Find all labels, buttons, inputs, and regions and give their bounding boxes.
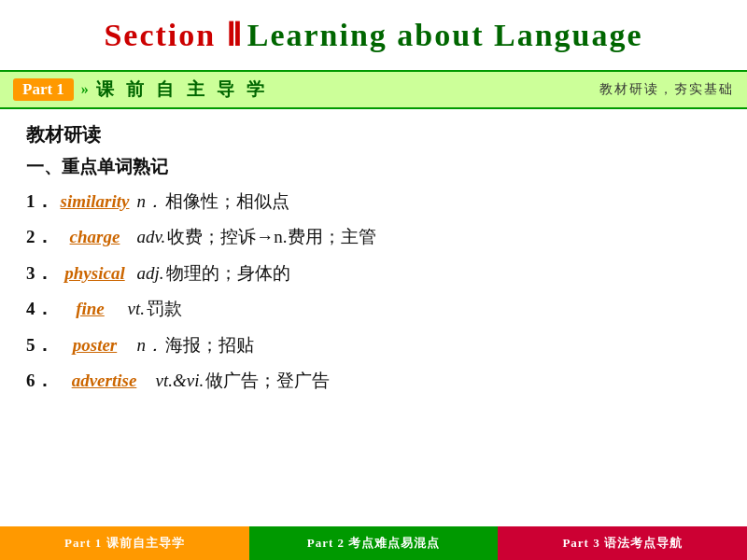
nav-tab-3[interactable]: Part 3 语法考点导航: [498, 526, 747, 560]
arrow-icon: »: [81, 81, 89, 98]
nav-tab-2-label: Part 2 考点难点易混点: [307, 535, 441, 552]
vocab-item-6: 6． advertise vt.&vi. 做广告；登广告: [26, 368, 721, 395]
section-label: Section Ⅱ: [104, 18, 243, 52]
vocab-def-1: 相像性；相似点: [165, 189, 289, 216]
vocab-def-4: 罚款: [147, 296, 182, 323]
nav-tab-2[interactable]: Part 2 考点难点易混点: [249, 526, 499, 560]
vocab-pos-1: n．: [137, 189, 164, 216]
nav-tab-1-label: Part 1 课前自主导学: [64, 535, 185, 552]
section-title: 教材研读: [26, 122, 721, 147]
vocab-num-3: 3．: [26, 260, 53, 287]
vocab-item-3: 3． physical adj. 物理的；身体的: [26, 260, 721, 287]
part-bar-left: Part 1 » 课 前 自 主 导 学: [13, 77, 268, 102]
vocab-pos-2: adv.: [137, 224, 166, 251]
vocab-pos-5: n．: [137, 332, 164, 359]
vocab-item-1: 1． similarity n． 相像性；相似点: [26, 189, 721, 216]
vocab-num-1: 1．: [26, 189, 53, 216]
vocab-list: 1． similarity n． 相像性；相似点 2． charge adv. …: [26, 189, 721, 395]
part-right-label: 教材研读，夯实基础: [599, 81, 734, 98]
vocab-word-3: physical: [53, 260, 137, 287]
vocab-def-6: 做广告；登广告: [205, 368, 330, 395]
sub-title: 一、重点单词熟记: [26, 155, 721, 179]
vocab-item-4: 4． fine vt. 罚款: [26, 296, 721, 323]
vocab-word-2: charge: [53, 224, 137, 251]
vocab-def-3: 物理的；身体的: [166, 260, 290, 287]
page-header: Section Ⅱ Learning about Language: [0, 0, 747, 64]
vocab-pos-4: vt.: [128, 296, 145, 323]
vocab-pos-3: adj.: [137, 260, 164, 287]
vocab-num-5: 5．: [26, 332, 53, 359]
nav-tab-3-label: Part 3 语法考点导航: [562, 535, 683, 552]
vocab-word-1: similarity: [53, 189, 137, 216]
part-badge: Part 1: [13, 78, 74, 101]
part-label: 课 前 自 主 导 学: [96, 77, 268, 102]
vocab-pos-6: vt.&vi.: [156, 368, 204, 395]
vocab-num-2: 2．: [26, 224, 53, 251]
page-title: Learning about Language: [247, 18, 643, 52]
main-content: 教材研读 一、重点单词熟记 1． similarity n． 相像性；相似点 2…: [0, 109, 747, 413]
vocab-word-5: poster: [53, 332, 137, 359]
vocab-word-4: fine: [53, 296, 128, 323]
part-bar: Part 1 » 课 前 自 主 导 学 教材研读，夯实基础: [0, 70, 747, 109]
vocab-num-6: 6．: [26, 368, 53, 395]
vocab-item-2: 2． charge adv. 收费；控诉→n.费用；主管: [26, 224, 721, 251]
vocab-def-2: 收费；控诉→n.费用；主管: [167, 224, 375, 251]
vocab-num-4: 4．: [26, 296, 53, 323]
vocab-item-5: 5． poster n． 海报；招贴: [26, 332, 721, 359]
nav-tab-1[interactable]: Part 1 课前自主导学: [0, 526, 249, 560]
bottom-nav[interactable]: Part 1 课前自主导学 Part 2 考点难点易混点 Part 3 语法考点…: [0, 526, 747, 560]
vocab-word-6: advertise: [53, 368, 156, 395]
vocab-def-5: 海报；招贴: [165, 332, 254, 359]
